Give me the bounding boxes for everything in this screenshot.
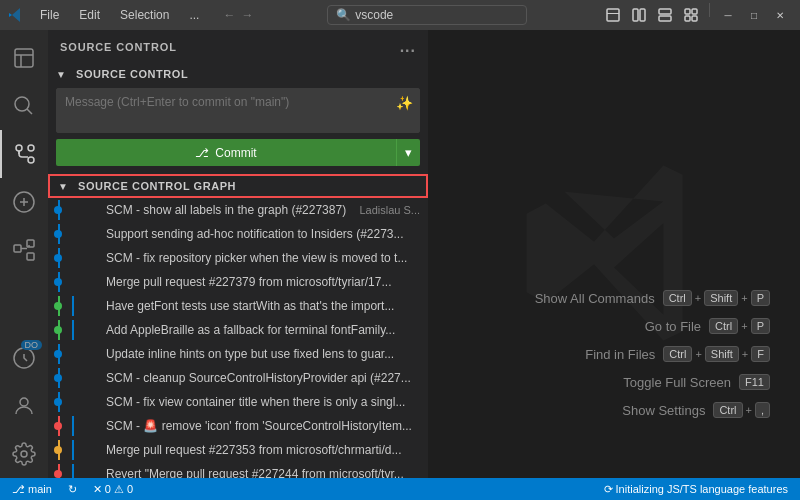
key-separator: + (741, 292, 747, 304)
maximize-button[interactable]: □ (742, 3, 766, 27)
commit-text: Merge pull request #227353 from microsof… (106, 443, 420, 457)
shortcut-row: Go to FileCtrl+P (535, 318, 770, 334)
key-badge: F11 (739, 374, 770, 390)
svg-rect-1 (607, 13, 619, 14)
close-button[interactable]: ✕ (768, 3, 792, 27)
layout-icon-1[interactable] (601, 3, 625, 27)
commit-row[interactable]: Add AppleBraille as a fallback for termi… (48, 318, 428, 342)
status-right: ⟳ Initializing JS/TS language features (600, 483, 792, 496)
layout-icon-2[interactable] (627, 3, 651, 27)
commit-text: Merge pull request #227379 from microsof… (106, 275, 420, 289)
sidebar-menu-dots[interactable]: ... (400, 38, 416, 56)
activity-source-control[interactable] (0, 130, 48, 178)
sidebar-title: SOURCE CONTROL (60, 41, 177, 53)
commit-row[interactable]: Merge pull request #227379 from microsof… (48, 270, 428, 294)
graph-column (52, 368, 102, 388)
commit-row[interactable]: Revert "Merge pull request #227244 from … (48, 462, 428, 478)
commit-text: Support sending ad-hoc notification to I… (106, 227, 420, 241)
commit-row[interactable]: Update inline hints on type but use fixe… (48, 342, 428, 366)
sync-icon: ↻ (68, 483, 77, 496)
nav-back[interactable]: ← (223, 8, 235, 22)
title-bar: File Edit Selection ... ← → 🔍 vscode ─ □… (0, 0, 800, 30)
svg-rect-16 (27, 240, 34, 247)
shortcut-label: Show Settings (622, 403, 705, 418)
status-sync[interactable]: ↻ (64, 483, 81, 496)
commit-label: Commit (215, 146, 256, 160)
menu-bar: File Edit Selection ... (32, 6, 207, 24)
key-separator: + (695, 348, 701, 360)
commit-text: SCM - cleanup SourceControlHistoryProvid… (106, 371, 420, 385)
svg-rect-3 (640, 9, 645, 21)
commit-row[interactable]: Merge pull request #227353 from microsof… (48, 438, 428, 462)
warning-count: 0 (127, 483, 133, 495)
commit-row[interactable]: SCM - cleanup SourceControlHistoryProvid… (48, 366, 428, 390)
window-controls: ─ □ ✕ (601, 3, 792, 27)
activity-search[interactable] (0, 82, 48, 130)
right-panel: Show All CommandsCtrl+Shift+PGo to FileC… (428, 30, 800, 478)
key-badge: Ctrl (709, 318, 738, 334)
key-badge: Shift (705, 346, 739, 362)
shortcut-label: Find in Files (585, 347, 655, 362)
init-icon: ⟳ (604, 483, 613, 496)
commit-text: Have getFont tests use startWith as that… (106, 299, 420, 313)
activity-extensions[interactable] (0, 226, 48, 274)
menu-edit[interactable]: Edit (71, 6, 108, 24)
commit-row[interactable]: SCM - fix repository picker when the vie… (48, 246, 428, 270)
shortcut-keys: Ctrl+Shift+P (663, 290, 770, 306)
key-badge: F (751, 346, 770, 362)
status-errors[interactable]: ✕ 0 ⚠ 0 (89, 483, 137, 496)
key-badge: P (751, 290, 770, 306)
commit-row[interactable]: Have getFont tests use startWith as that… (48, 294, 428, 318)
commit-text: SCM - 🚨 remove 'icon' from 'SourceContro… (106, 419, 420, 433)
status-branch[interactable]: ⎇ main (8, 483, 56, 496)
shortcut-label: Toggle Full Screen (623, 375, 731, 390)
nav-forward[interactable]: → (241, 8, 253, 22)
svg-rect-0 (607, 9, 619, 21)
status-language-init[interactable]: ⟳ Initializing JS/TS language features (600, 483, 792, 496)
menu-selection[interactable]: Selection (112, 6, 177, 24)
graph-column (52, 320, 102, 340)
menu-file[interactable]: File (32, 6, 67, 24)
layout-icon-3[interactable] (653, 3, 677, 27)
activity-explorer[interactable] (0, 34, 48, 82)
commit-row[interactable]: SCM - show all labels in the graph (#227… (48, 198, 428, 222)
commit-row[interactable]: SCM - 🚨 remove 'icon' from 'SourceContro… (48, 414, 428, 438)
key-badge: Shift (704, 290, 738, 306)
message-input-wrapper: ✨ (56, 88, 420, 133)
key-badge: P (751, 318, 770, 334)
graph-column (52, 272, 102, 292)
activity-settings[interactable] (0, 430, 48, 478)
commit-text: SCM - show all labels in the graph (#227… (106, 203, 351, 217)
svg-rect-7 (692, 9, 697, 14)
key-separator: + (742, 348, 748, 360)
commit-dropdown-button[interactable]: ▾ (396, 139, 420, 166)
svg-rect-17 (27, 253, 34, 260)
minimize-button[interactable]: ─ (716, 3, 740, 27)
shortcut-keys: Ctrl+P (709, 318, 770, 334)
commit-icon: ⎇ (195, 146, 209, 160)
shortcut-row: Toggle Full ScreenF11 (535, 374, 770, 390)
scg-header[interactable]: ▼ SOURCE CONTROL GRAPH (48, 174, 428, 198)
commit-button[interactable]: ⎇ Commit (56, 139, 396, 166)
activity-account[interactable] (0, 382, 48, 430)
commit-row[interactable]: Support sending ad-hoc notification to I… (48, 222, 428, 246)
commit-row[interactable]: SCM - fix view container title when ther… (48, 390, 428, 414)
layout-icon-4[interactable] (679, 3, 703, 27)
menu-more[interactable]: ... (181, 6, 207, 24)
commit-message-input[interactable] (57, 89, 419, 129)
shortcut-keys: Ctrl+, (713, 402, 770, 418)
search-box[interactable]: 🔍 vscode (327, 5, 527, 25)
key-badge: Ctrl (663, 290, 692, 306)
source-control-header[interactable]: ▼ SOURCE CONTROL (48, 64, 428, 84)
shortcut-label: Go to File (645, 319, 701, 334)
init-label: Initializing JS/TS language features (616, 483, 788, 495)
message-area: ✨ (48, 84, 428, 139)
shortcut-row: Show All CommandsCtrl+Shift+P (535, 290, 770, 306)
commit-text: Add AppleBraille as a fallback for termi… (106, 323, 420, 337)
activity-debug[interactable] (0, 178, 48, 226)
magic-icon: ✨ (396, 95, 413, 111)
graph-column (52, 464, 102, 478)
source-control-section: ▼ SOURCE CONTROL ✨ ⎇ Commit ▾ (48, 64, 428, 174)
shortcut-label: Show All Commands (535, 291, 655, 306)
activity-do[interactable]: DO (0, 334, 48, 382)
